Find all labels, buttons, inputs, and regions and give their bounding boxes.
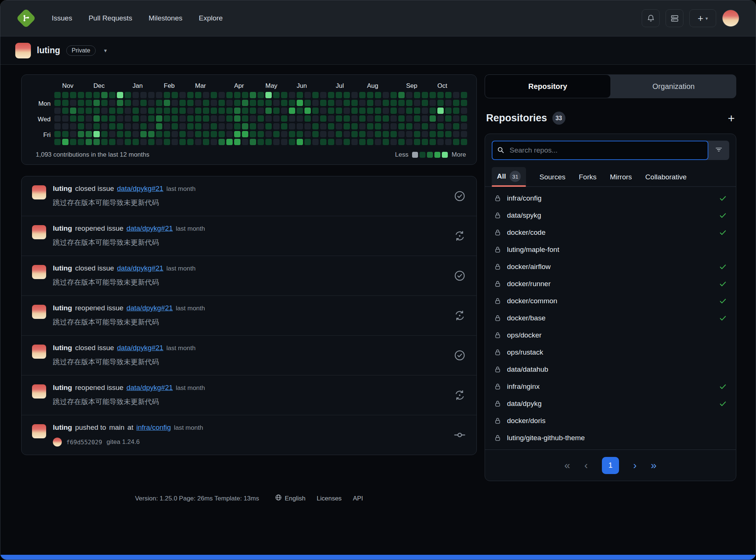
filter-tab-collaborative[interactable]: Collaborative: [645, 173, 687, 186]
feed-item-link[interactable]: data/dpykg#21: [117, 344, 163, 352]
profile-dropdown-caret[interactable]: ▾: [104, 47, 107, 54]
heatmap-month-labels: NovDecJanFebMarAprMayJunJulAugSepOct: [54, 82, 467, 91]
repo-list-item[interactable]: docker/runner: [485, 275, 736, 292]
repo-list-item[interactable]: docker/common: [485, 292, 736, 310]
user-avatar[interactable]: [722, 10, 739, 27]
filter-tab-sources[interactable]: Sources: [539, 173, 565, 186]
last-page-button[interactable]: »: [651, 460, 657, 471]
heatmap-cell: [250, 115, 256, 122]
feed-item-link[interactable]: infra/config: [136, 423, 171, 432]
profile-avatar[interactable]: [15, 43, 31, 58]
heatmap-cell: [383, 131, 389, 137]
filter-tab-mirrors[interactable]: Mirrors: [610, 173, 632, 186]
footer: Version: 1.25.0 Page: 26ms Template: 13m…: [21, 494, 477, 503]
repo-list-item[interactable]: docker/code: [485, 224, 736, 241]
repo-list-item[interactable]: ops/rustack: [485, 344, 736, 361]
footer-link-api[interactable]: API: [353, 495, 363, 502]
heatmap-cell: [312, 100, 319, 106]
filter-button[interactable]: [708, 141, 729, 160]
nav-link-explore[interactable]: Explore: [199, 14, 223, 22]
repo-list-item[interactable]: data/datahub: [485, 361, 736, 378]
repo-list-item[interactable]: docker/base: [485, 310, 736, 327]
heatmap-cell: [304, 131, 311, 137]
first-page-button[interactable]: «: [564, 460, 570, 471]
heatmap-cell: [218, 100, 225, 106]
heatmap-week-column: [62, 92, 68, 145]
repo-list-item[interactable]: infra/nginx: [485, 378, 736, 395]
lock-icon: [494, 246, 501, 253]
repo-list-item[interactable]: docker/airflow: [485, 258, 736, 275]
heatmap-cell: [297, 139, 303, 145]
heatmap-cell: [430, 139, 436, 145]
heatmap-week-column: [430, 92, 436, 145]
feed-item-link[interactable]: data/dpykg#21: [117, 264, 163, 272]
heatmap-cell: [250, 139, 256, 145]
gitea-logo[interactable]: [17, 9, 35, 28]
heatmap-week-column: [242, 92, 248, 145]
feed-item-link[interactable]: data/dpykg#21: [127, 384, 173, 392]
heatmap-cell: [195, 139, 201, 145]
heatmap-cell: [304, 92, 311, 98]
footer-link-english[interactable]: English: [275, 494, 306, 503]
heatmap-cell: [422, 108, 428, 114]
feed-actor-name[interactable]: luting: [53, 384, 72, 392]
repo-list-item[interactable]: data/spykg: [485, 207, 736, 224]
notifications-button[interactable]: [642, 9, 660, 27]
heatmap-cell: [359, 139, 366, 145]
footer-link-licenses[interactable]: Licenses: [317, 495, 342, 502]
repo-list-item[interactable]: docker/doris: [485, 412, 736, 429]
nav-link-issues[interactable]: Issues: [52, 14, 72, 22]
private-badge: Private: [66, 45, 96, 56]
heatmap-cell: [234, 100, 240, 106]
panel-tab-repository[interactable]: Repository: [485, 74, 611, 98]
current-page-button[interactable]: 1: [602, 457, 619, 474]
create-new-button[interactable]: + ▾: [689, 9, 716, 27]
add-repository-button[interactable]: +: [728, 112, 735, 124]
heatmap-cell: [156, 115, 162, 122]
heatmap-cell: [218, 108, 225, 114]
repo-list-item[interactable]: ops/docker: [485, 327, 736, 344]
heatmap-cell: [273, 139, 280, 145]
heatmap-cell: [101, 131, 108, 137]
heatmap-week-column: [195, 92, 201, 145]
previous-page-button[interactable]: ‹: [584, 460, 588, 471]
repo-list-item[interactable]: infra/config: [485, 190, 736, 207]
heatmap-legend-cell: [442, 152, 448, 158]
repo-list-item[interactable]: luting/maple-font: [485, 241, 736, 258]
panel-tab-organization[interactable]: Organization: [611, 74, 736, 98]
heatmap-cell: [445, 92, 452, 98]
heatmap-cell: [289, 108, 295, 114]
feed-actor-name[interactable]: luting: [53, 264, 72, 272]
heatmap-cell: [133, 92, 139, 98]
repo-list-item[interactable]: luting/gitea-github-theme: [485, 429, 736, 447]
commit-sha[interactable]: f69d552029: [66, 439, 102, 446]
heatmap-cell: [312, 115, 319, 122]
feed-item-link[interactable]: data/dpykg#21: [117, 185, 163, 193]
admin-panel-button[interactable]: [666, 9, 683, 27]
search-input[interactable]: [492, 141, 708, 160]
nav-link-milestones[interactable]: Milestones: [149, 14, 182, 22]
feed-actor-name[interactable]: luting: [53, 344, 72, 352]
heatmap-cell: [461, 123, 467, 129]
feed-actor-name[interactable]: luting: [53, 224, 72, 233]
feed-item-link[interactable]: data/dpykg#21: [127, 304, 173, 312]
heatmap-cell: [101, 92, 108, 98]
heatmap-cell: [179, 131, 186, 137]
feed-actor-name[interactable]: luting: [53, 304, 72, 312]
nav-link-pull-requests[interactable]: Pull Requests: [89, 14, 132, 22]
filter-tab-forks[interactable]: Forks: [579, 173, 597, 186]
heatmap-week-column: [54, 92, 61, 145]
heatmap-cell: [54, 100, 61, 106]
heatmap-cell: [93, 108, 100, 114]
feed-item: lutingpushed tomainatinfra/configlast mo…: [22, 415, 476, 455]
feed-actor-name[interactable]: luting: [53, 185, 72, 193]
heatmap-week-column: [336, 92, 342, 145]
heatmap-cell: [453, 115, 459, 122]
heatmap-cell: [258, 139, 264, 145]
next-page-button[interactable]: ›: [633, 460, 637, 471]
filter-tab-all[interactable]: All31: [492, 167, 526, 186]
heatmap-cell: [344, 139, 350, 145]
repo-list-item[interactable]: data/dpykg: [485, 395, 736, 412]
feed-item-link[interactable]: data/dpykg#21: [127, 224, 173, 233]
feed-actor-name[interactable]: luting: [53, 423, 72, 432]
